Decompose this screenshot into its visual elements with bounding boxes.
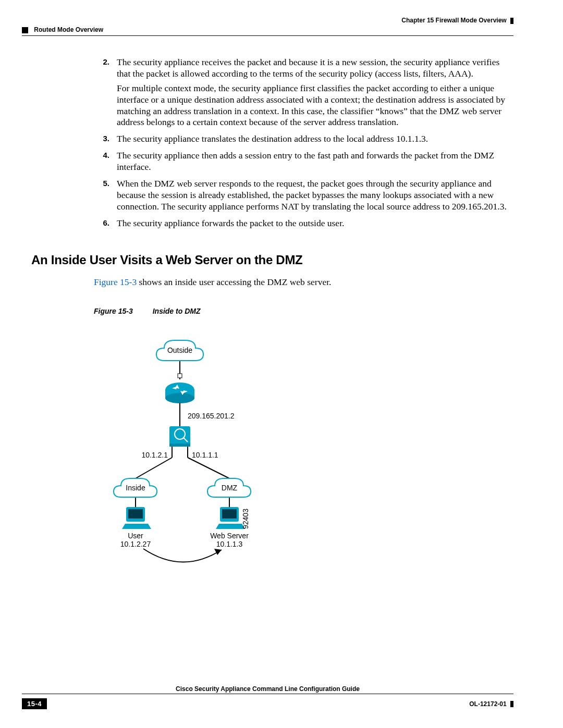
step-number: 3. xyxy=(94,133,117,148)
header-square-icon xyxy=(22,27,28,33)
flow-arrow xyxy=(143,549,222,562)
link-line xyxy=(188,458,229,478)
connector-icon xyxy=(178,374,182,378)
footer-bar-icon xyxy=(510,701,513,707)
step-number: 2. xyxy=(94,57,117,131)
step-text: The security appliance receives the pack… xyxy=(117,57,513,80)
step-text: For multiple context mode, the security … xyxy=(117,83,513,129)
server-ip-label: 10.1.1.3 xyxy=(216,540,243,548)
running-footer: Cisco Security Appliance Command Line Co… xyxy=(22,685,513,709)
step-text: The security appliance then adds a sessi… xyxy=(117,150,513,173)
step-number: 6. xyxy=(94,218,117,232)
header-bar-icon xyxy=(510,18,513,24)
keyboard-icon xyxy=(216,524,245,529)
link-line xyxy=(136,458,172,478)
page-content: 2. The security appliance receives the p… xyxy=(0,57,563,564)
step-4: 4. The security appliance then adds a se… xyxy=(31,150,513,176)
outside-ip-label: 209.165.201.2 xyxy=(188,412,235,420)
doc-id: OL-12172-01 xyxy=(469,700,506,708)
inside-if-label: 10.1.2.1 xyxy=(141,451,168,459)
screen xyxy=(222,509,237,519)
page-number-badge: 15-4 xyxy=(22,698,47,709)
firewall-base xyxy=(169,443,190,447)
figure-label: Figure 15-3 xyxy=(94,307,133,315)
step-6: 6. The security appliance forwards the p… xyxy=(31,218,513,232)
intro-paragraph: Figure 15-3 shows an inside user accessi… xyxy=(94,277,513,288)
server-label: Web Server xyxy=(210,532,249,540)
dmz-if-label: 10.1.1.1 xyxy=(192,451,218,459)
user-label: User xyxy=(128,532,143,540)
inside-label: Inside xyxy=(126,484,145,492)
header-rule xyxy=(22,35,513,36)
section-heading: An Inside User Visits a Web Server on th… xyxy=(31,253,513,267)
step-text: When the DMZ web server responds to the … xyxy=(117,178,513,213)
figure-reference-link[interactable]: Figure 15-3 xyxy=(94,277,137,287)
step-text: The security appliance forwards the pack… xyxy=(117,218,513,229)
figure-code: 92403 xyxy=(241,509,250,529)
router-base xyxy=(165,393,194,403)
footer-doc-title: Cisco Security Appliance Command Line Co… xyxy=(22,685,513,694)
dmz-label: DMZ xyxy=(222,484,238,492)
step-number: 5. xyxy=(94,178,117,216)
user-ip-label: 10.1.2.27 xyxy=(120,540,151,548)
arrowhead-icon xyxy=(214,549,222,555)
outside-label: Outside xyxy=(167,346,192,354)
figure-title: Inside to DMZ xyxy=(153,307,201,315)
running-header: Chapter 15 Firewall Mode Overview Routed… xyxy=(0,0,563,36)
network-diagram: Outside 209.165.201.2 10.1.2.1 10.1.1.1 xyxy=(94,325,302,564)
step-number: 4. xyxy=(94,150,117,176)
footer-rule xyxy=(22,694,513,694)
screen xyxy=(128,509,143,519)
header-section: Routed Mode Overview xyxy=(34,26,103,33)
step-text: The security appliance translates the de… xyxy=(117,133,513,145)
step-3: 3. The security appliance translates the… xyxy=(31,133,513,148)
figure-caption: Figure 15-3Inside to DMZ xyxy=(94,307,513,315)
header-chapter: Chapter 15 Firewall Mode Overview xyxy=(401,17,506,24)
procedure-list: 2. The security appliance receives the p… xyxy=(31,57,513,232)
step-5: 5. When the DMZ web server responds to t… xyxy=(31,178,513,216)
step-2: 2. The security appliance receives the p… xyxy=(31,57,513,131)
keyboard-icon xyxy=(122,524,151,529)
intro-text: shows an inside user accessing the DMZ w… xyxy=(137,277,331,287)
